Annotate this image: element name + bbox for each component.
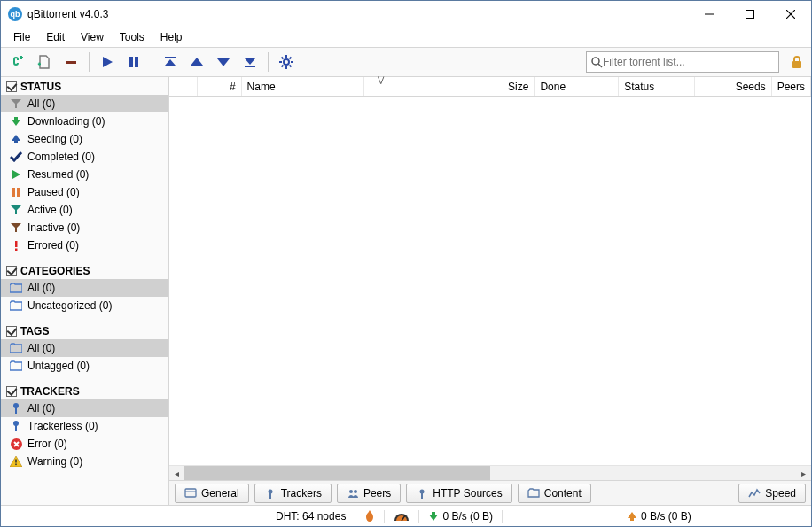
tab-content[interactable]: Content	[518, 484, 591, 503]
sidebar-section-categories[interactable]: CATEGORIES	[1, 261, 168, 279]
sidebar-item[interactable]: Active (0)	[1, 201, 168, 219]
status-bar: DHT: 64 nodes 0 B/s (0 B) 0 B/s (0 B)	[1, 505, 811, 526]
scroll-left-arrow[interactable]: ◂	[169, 466, 184, 481]
sidebar-item[interactable]: Error (0)	[1, 435, 168, 453]
sidebar-item[interactable]: Trackerless (0)	[1, 417, 168, 435]
sidebar-item[interactable]: Uncategorized (0)	[1, 297, 168, 314]
sidebar-item[interactable]: Paused (0)	[1, 183, 168, 201]
toolbar	[1, 47, 811, 77]
arrow-up-blue-icon	[10, 134, 22, 144]
status-firewall[interactable]	[355, 506, 384, 526]
svg-marker-12	[245, 58, 255, 65]
tab-trackers[interactable]: Trackers	[254, 484, 332, 503]
dht-label: DHT: 64 nodes	[276, 510, 346, 523]
sidebar-item[interactable]: Resumed (0)	[1, 166, 168, 183]
scroll-track[interactable]	[184, 466, 796, 480]
menu-edit[interactable]: Edit	[39, 29, 72, 45]
sidebar-item[interactable]: Seeding (0)	[1, 130, 168, 148]
tab-speed[interactable]: Speed	[738, 484, 806, 503]
scroll-thumb[interactable]	[184, 466, 490, 480]
sidebar-item[interactable]: Errored (0)	[1, 236, 168, 254]
sidebar-section-status[interactable]: STATUS	[1, 77, 168, 95]
sidebar-section-tags[interactable]: TAGS	[1, 322, 168, 339]
sidebar-item[interactable]: All (0)	[1, 399, 168, 417]
menu-file[interactable]: File	[6, 29, 37, 45]
maximize-button[interactable]	[730, 1, 770, 27]
move-down-button[interactable]	[212, 50, 235, 74]
tab-peers[interactable]: Peers	[337, 484, 401, 503]
sidebar-item[interactable]: Completed (0)	[1, 148, 168, 166]
column-size[interactable]: Size	[364, 77, 535, 96]
sidebar-item[interactable]: Downloading (0)	[1, 112, 168, 130]
column-spacer[interactable]	[169, 77, 198, 96]
peers-icon	[347, 487, 359, 500]
menu-tools[interactable]: Tools	[113, 29, 152, 45]
sidebar-item-label: Active (0)	[27, 204, 73, 216]
status-dht[interactable]: DHT: 64 nodes	[267, 506, 355, 526]
move-up-button[interactable]	[185, 50, 208, 74]
resume-button[interactable]	[96, 50, 119, 74]
window-controls	[689, 1, 811, 27]
toolbar-separator	[89, 52, 90, 72]
move-top-button[interactable]	[159, 50, 182, 74]
minimize-button[interactable]	[689, 1, 730, 27]
svg-point-52	[420, 489, 425, 493]
add-file-button[interactable]	[33, 50, 56, 74]
sidebar-item-label: Error (0)	[27, 438, 67, 450]
scroll-right-arrow[interactable]: ▸	[796, 466, 811, 481]
sidebar-item[interactable]: All (0)	[1, 339, 168, 357]
move-bottom-button[interactable]	[238, 50, 262, 74]
folder-blue-icon	[10, 360, 22, 371]
sidebar-item-label: All (0)	[27, 342, 55, 354]
column-number[interactable]: #	[198, 77, 241, 96]
sidebar-item[interactable]: All (0)	[1, 95, 168, 112]
close-button[interactable]	[770, 1, 811, 27]
funnel-grey-icon	[10, 98, 22, 109]
sidebar-item-label: Uncategorized (0)	[27, 299, 112, 312]
sidebar-item[interactable]: All (0)	[1, 279, 168, 297]
sidebar-item[interactable]: Untagged (0)	[1, 357, 168, 375]
sidebar-item-label: Inactive (0)	[27, 221, 80, 234]
settings-button[interactable]	[275, 50, 298, 74]
table-header: ⋁ # Name Size Done Status Seeds Peers	[169, 77, 811, 97]
status-download[interactable]: 0 B/s (0 B)	[419, 506, 502, 526]
table-body[interactable]	[169, 97, 811, 465]
sidebar-item[interactable]: Warning (0)	[1, 453, 168, 470]
download-speed: 0 B/s (0 B)	[442, 510, 493, 523]
warn-yellow-icon	[10, 456, 22, 467]
lock-button[interactable]	[788, 55, 806, 69]
svg-marker-11	[217, 58, 230, 66]
sidebar-item[interactable]: Inactive (0)	[1, 219, 168, 236]
folder-blue-icon	[10, 283, 22, 293]
remove-button[interactable]	[59, 50, 82, 74]
column-seeds[interactable]: Seeds	[695, 77, 771, 96]
menu-view[interactable]: View	[74, 29, 111, 45]
svg-rect-49	[269, 493, 271, 499]
sidebar-section-trackers[interactable]: TRACKERS	[1, 382, 168, 399]
folder-blue-icon	[10, 300, 22, 311]
column-done[interactable]: Done	[535, 77, 619, 96]
filter-input[interactable]	[603, 56, 775, 68]
svg-point-48	[268, 489, 272, 493]
status-upload[interactable]: 0 B/s (0 B)	[618, 506, 700, 526]
tab-label: Trackers	[281, 487, 322, 500]
column-status[interactable]: Status	[619, 77, 695, 96]
tab-http-sources[interactable]: HTTP Sources	[406, 484, 511, 503]
sort-indicator-icon: ⋁	[378, 75, 384, 84]
svg-marker-32	[11, 205, 21, 214]
svg-rect-1	[746, 11, 754, 19]
tab-general[interactable]: General	[175, 484, 249, 503]
add-link-button[interactable]	[6, 50, 29, 74]
svg-line-22	[282, 66, 284, 67]
pause-button[interactable]	[122, 50, 145, 74]
sidebar: STATUSAll (0)Downloading (0)Seeding (0)C…	[1, 77, 169, 505]
tab-label: HTTP Sources	[433, 487, 502, 500]
column-name[interactable]: Name	[242, 77, 364, 96]
column-peers[interactable]: Peers	[772, 77, 811, 96]
tab-label: Content	[544, 487, 582, 500]
status-alt-speed[interactable]	[385, 506, 418, 526]
svg-marker-10	[191, 58, 203, 66]
filter-torrent-search[interactable]	[586, 51, 779, 73]
menu-help[interactable]: Help	[153, 29, 190, 45]
horizontal-scrollbar[interactable]: ◂ ▸	[169, 465, 811, 480]
